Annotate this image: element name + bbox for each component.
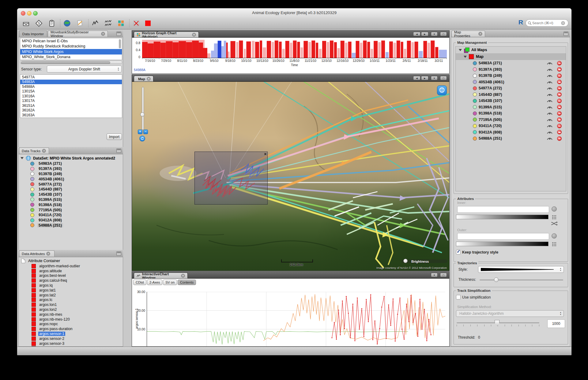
next-button[interactable]: ▶ [421, 32, 428, 36]
remove-track-icon[interactable] [557, 117, 562, 122]
remove-track-icon[interactable] [557, 80, 562, 84]
method-select[interactable]: Halldór-Janetzko-Algorithm [456, 310, 564, 317]
prev-button[interactable]: ◀ [413, 76, 420, 80]
visibility-eye-icon[interactable] [547, 124, 553, 128]
attribute-item[interactable]: argos:sensor-2 [19, 336, 123, 341]
close-icon[interactable] [192, 33, 196, 37]
track-item[interactable]: 91397A (393) [19, 166, 123, 171]
line-chart-button[interactable] [91, 19, 100, 28]
remove-track-icon[interactable] [557, 86, 562, 91]
clipboard-button[interactable] [47, 19, 56, 28]
dropdown-button[interactable]: ▼ [431, 32, 438, 36]
attribute-item[interactable]: argos:lon2 [19, 307, 123, 312]
track-item[interactable]: 54988A (251) [19, 223, 123, 228]
map-track-item[interactable]: 40534B (4061) [456, 79, 566, 85]
tab-data-importer[interactable]: Data Importer [19, 31, 47, 37]
tab-interactive-chart[interactable]: InteractiveChart Window [134, 273, 188, 279]
inner-gradient-bar[interactable] [456, 215, 548, 219]
track-item[interactable]: 40534B (4061) [19, 176, 123, 182]
selection-close-icon[interactable]: ✕ [264, 152, 267, 156]
map-track-item[interactable]: 14544D (887) [456, 92, 566, 98]
map-track-item[interactable]: 14543B (107) [456, 98, 566, 104]
attribute-item[interactable]: argos:nopc [19, 322, 123, 327]
dropdown-button[interactable]: ▼ [431, 76, 438, 80]
grid-dots-icon[interactable] [552, 242, 556, 246]
import-tray-button[interactable] [21, 19, 31, 28]
attribute-item[interactable]: argos:calcul-freq [19, 278, 123, 283]
sensor-list-item[interactable]: 13015A [20, 89, 122, 94]
globe-button[interactable] [62, 19, 72, 28]
remove-track-icon[interactable] [557, 73, 562, 78]
attribute-item[interactable]: argos:iq [19, 283, 123, 288]
map-track-item[interactable]: 54983A (271) [456, 60, 566, 66]
attribute-item[interactable]: argos:lon1 [19, 302, 123, 307]
horizon-series-label[interactable]: 54988A [134, 68, 145, 72]
map-window-header[interactable]: Map ◀ ▶ ▼ ▢ [132, 74, 450, 81]
sensor-list-item[interactable]: 36151A [20, 103, 122, 108]
visibility-eye-icon[interactable] [547, 99, 553, 103]
study-vscrollbar[interactable] [119, 39, 121, 48]
panel-collapse-icon[interactable] [116, 251, 121, 256]
style-select[interactable] [478, 266, 564, 273]
panel-collapse-icon[interactable] [116, 32, 121, 36]
next-button[interactable]: ▶ [421, 76, 428, 80]
sensor-list-item[interactable]: 36162A [20, 108, 122, 113]
track-item[interactable]: 54983A (271) [19, 161, 123, 166]
sensor-list-item[interactable]: 54983A [20, 80, 122, 85]
sensor-list[interactable]: 54977A54983A54988A13015A13016A13017A3615… [20, 74, 122, 118]
attribute-item[interactable]: argos:lat2 [19, 293, 123, 298]
disclosure-triangle-icon[interactable] [459, 49, 462, 51]
maximize-button[interactable]: ▢ [440, 273, 447, 277]
remove-track-icon[interactable] [557, 111, 562, 116]
sensor-list-item[interactable]: 13017A [20, 99, 122, 103]
sensor-type-select[interactable]: Argos Doppler Shift [47, 66, 122, 73]
remove-track-icon[interactable] [557, 136, 562, 141]
track-item[interactable]: 54977A (272) [19, 182, 123, 187]
tab-data-tracks[interactable]: Data Tracks [19, 148, 49, 154]
map-selection-rect[interactable]: ✕ [194, 152, 268, 205]
remove-track-icon[interactable] [557, 92, 562, 97]
note-edit-button[interactable] [75, 19, 85, 28]
dataset-node[interactable]: DataSet: MPIO White Stork Argos annotate… [21, 156, 115, 161]
visibility-eye-icon[interactable] [547, 111, 553, 115]
keep-style-checkbox[interactable] [456, 250, 461, 254]
map-node[interactable]: Map [456, 53, 566, 60]
remove-track-icon[interactable] [557, 61, 562, 66]
attribute-item[interactable]: argos:nb-mes [19, 312, 123, 317]
attribute-item[interactable]: argos:nb-mes-120 [19, 317, 123, 322]
visibility-eye-icon[interactable] [547, 74, 553, 77]
chart-mode-button[interactable]: CDist [133, 280, 146, 285]
map-view[interactable]: ✕ + − 242.3km Brightness Image courtesy … [132, 81, 450, 271]
shuffle-icon[interactable] [551, 221, 558, 226]
search-box[interactable]: ✕ [526, 19, 568, 27]
horizon-window-header[interactable]: Horizon Graph Chart (Multiple) ◀ ▶ ▼ ▢ [132, 30, 450, 37]
multi-chart-button[interactable] [104, 19, 113, 28]
zoom-in-button[interactable]: + [138, 130, 142, 134]
map-track-item[interactable]: 54977A (272) [456, 85, 566, 92]
panel-collapse-icon[interactable] [116, 149, 121, 153]
outer-gradient-bar[interactable] [456, 242, 548, 246]
chart-mode-button[interactable]: Contents [178, 280, 196, 285]
outer-clear-circle-icon[interactable] [552, 233, 557, 239]
import-button[interactable]: Import [107, 134, 122, 140]
track-item[interactable]: 91397B (249) [19, 171, 123, 177]
basemap-globe-button[interactable] [437, 85, 447, 95]
grid-dots-icon[interactable] [552, 215, 556, 219]
attribute-item[interactable]: argos:lat1 [19, 288, 123, 293]
search-input[interactable] [532, 21, 561, 25]
visibility-eye-icon[interactable] [547, 105, 553, 109]
map-track-item[interactable]: 91397A (393) [456, 66, 566, 73]
study-hscrollbar[interactable] [20, 61, 122, 64]
map-track-item[interactable]: 93411A (720) [456, 123, 566, 129]
track-item[interactable]: 93411A (720) [19, 213, 123, 218]
remove-track-icon[interactable] [557, 99, 562, 103]
visibility-eye-icon[interactable] [547, 137, 553, 140]
panel-collapse-icon[interactable] [564, 32, 568, 36]
chart-mode-button[interactable]: 2-Axes [147, 280, 162, 285]
track-item[interactable]: 77195A (505) [19, 207, 123, 213]
attribute-item[interactable]: algorithm-marked-outlier [19, 264, 123, 269]
attribute-item[interactable]: argos:pass-duration [19, 326, 123, 331]
remove-track-icon[interactable] [557, 105, 562, 109]
map-track-item[interactable]: 91398A (518) [456, 110, 566, 117]
study-list-item[interactable]: MPIO_White_Stork_Donana [20, 55, 122, 60]
